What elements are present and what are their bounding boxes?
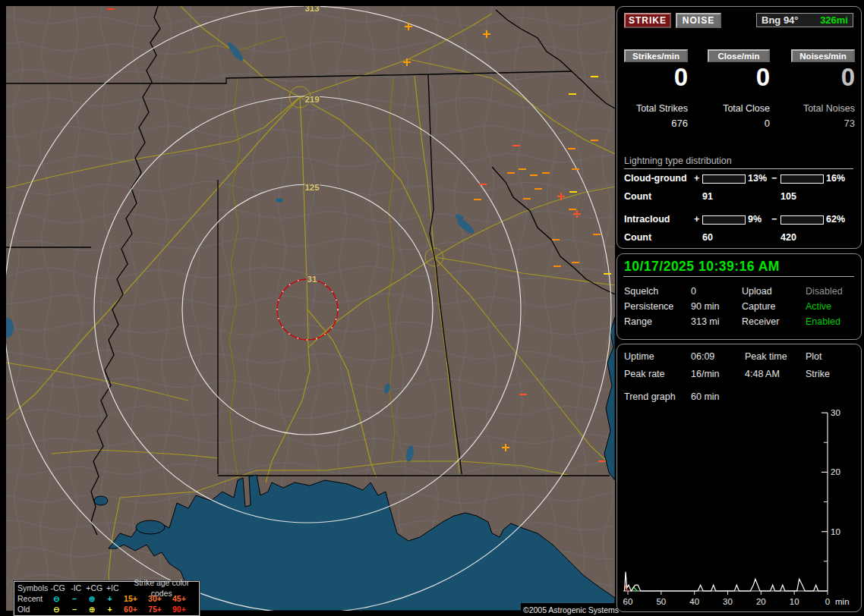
legend-row-label: Old — [17, 604, 48, 614]
age-code: 75+ — [148, 604, 172, 614]
cloud-ground-count-row: Count 91 105 — [617, 191, 861, 202]
divider — [624, 168, 853, 169]
bearing-readout: Bng 94° 326mi — [756, 13, 853, 27]
legend-symbol-neg-cg-icon: ⊖ — [48, 593, 65, 604]
uptime-value: 06:09 — [691, 351, 714, 362]
total-close-label: Total Close — [708, 103, 770, 114]
noise-mode-button[interactable]: NOISE — [676, 13, 721, 28]
trend-graph-label: Trend graph — [624, 391, 676, 402]
noises-per-min-value: 0 — [791, 63, 855, 92]
close-per-min-header[interactable]: Close/min — [708, 49, 770, 62]
age-code: 45+ — [172, 593, 197, 604]
status-panel: 10/17/2025 10:39:16 AM Squelch 0 Upload … — [616, 253, 862, 340]
legend-col-pic: +IC — [103, 583, 121, 593]
cg-minus-bar — [780, 174, 824, 184]
range-label: Range — [624, 316, 652, 327]
persistence-value: 90 min — [691, 301, 720, 312]
total-strikes-value: 676 — [624, 118, 688, 129]
cg-plus-count: 91 — [702, 191, 713, 202]
peak-time-label: Peak time — [745, 351, 787, 362]
close-per-min-value: 0 — [708, 63, 770, 92]
svg-text:40: 40 — [689, 597, 699, 606]
squelch-label: Squelch — [624, 286, 658, 297]
strike-map[interactable]: 313 219 125 31 Symbols -CG -IC +CG +IC S… — [6, 6, 615, 611]
svg-text:60: 60 — [623, 597, 633, 606]
legend-row-label: Recent — [17, 593, 48, 604]
cg-plus-bar — [702, 174, 746, 184]
ic-plus-pct: 9% — [748, 214, 762, 225]
bearing-label: Bng 94° — [762, 14, 799, 27]
ic-minus-count: 420 — [780, 232, 796, 243]
strikes-per-min-value: 0 — [624, 63, 688, 92]
upload-label: Upload — [742, 286, 772, 297]
svg-text:50: 50 — [656, 597, 666, 606]
cloud-ground-label: Cloud-ground — [624, 173, 687, 184]
peak-rate-label: Peak rate — [624, 369, 665, 379]
copyright-label: ©2005 Astrogenic Systems — [521, 603, 621, 616]
plot-mode-value: Strike — [806, 369, 830, 379]
ring-label-125: 125 — [304, 183, 320, 192]
legend-symbol-neg-ic-icon: − — [65, 593, 83, 604]
legend-row-recent: Recent⊖−⊕+15+30+45+ — [17, 593, 197, 604]
noises-per-min-header[interactable]: Noises/min — [791, 49, 855, 62]
range-value: 313 mi — [691, 316, 720, 327]
cg-plus-pct: 13% — [748, 173, 767, 184]
legend-symbol-neg-ic-icon: − — [65, 604, 83, 614]
receiver-label: Receiver — [742, 316, 779, 327]
svg-text:10: 10 — [790, 597, 799, 606]
ring-label-313: 313 — [304, 6, 319, 13]
map-canvas: 313 219 125 31 — [6, 6, 615, 611]
svg-text:min: min — [835, 597, 850, 606]
legend-symbol-pos-ic-icon: + — [101, 593, 118, 604]
cg-minus-count: 105 — [780, 191, 796, 202]
divider — [623, 276, 854, 277]
cloud-ground-row: Cloud-ground + 13% − 16% — [617, 173, 861, 184]
total-close-value: 0 — [708, 118, 770, 129]
trend-window-value: 60 min — [691, 391, 720, 402]
squelch-value: 0 — [691, 286, 696, 297]
map-legend: Symbols -CG -IC +CG +IC Strike age color… — [14, 581, 200, 616]
trend-panel: Uptime 06:09 Peak time Plot Peak rate 16… — [616, 344, 862, 612]
total-noises-value: 73 — [791, 118, 855, 129]
legend-symbol-pos-ic-icon: + — [101, 604, 118, 614]
stats-panel: STRIKE NOISE Bng 94° 326mi Strikes/min C… — [616, 6, 862, 249]
strike-mode-button[interactable]: STRIKE — [624, 13, 671, 28]
plus-sign: + — [694, 173, 699, 184]
total-strikes-label: Total Strikes — [624, 103, 688, 114]
capture-label: Capture — [742, 301, 775, 312]
age-code: 60+ — [124, 604, 148, 614]
upload-status: Disabled — [806, 286, 843, 297]
peak-rate-value: 16/min — [691, 369, 720, 379]
strikes-per-min-header[interactable]: Strikes/min — [624, 49, 688, 62]
ring-label-219: 219 — [304, 95, 319, 104]
svg-text:20: 20 — [756, 597, 766, 606]
legend-symbol-pos-cg-icon: ⊕ — [83, 593, 100, 604]
intracloud-count-row: Count 60 420 — [617, 232, 861, 243]
ic-plus-bar — [702, 215, 746, 225]
legend-symbol-neg-cg-icon: ⊖ — [48, 604, 65, 614]
ic-minus-pct: 62% — [826, 214, 845, 225]
ring-label-31: 31 — [307, 275, 317, 284]
age-code: 90+ — [172, 604, 197, 614]
legend-col-ncg: -CG — [49, 583, 67, 593]
plot-label: Plot — [806, 351, 822, 362]
legend-symbol-pos-cg-icon: ⊕ — [83, 604, 100, 614]
uptime-label: Uptime — [624, 351, 654, 362]
trend-graph: 1020306050403020100min — [617, 409, 859, 608]
intracloud-row: Intracloud + 9% − 62% — [617, 214, 861, 225]
ic-minus-bar — [780, 215, 824, 225]
svg-text:20: 20 — [831, 467, 840, 476]
count-label: Count — [624, 191, 651, 202]
age-code: 30+ — [148, 593, 172, 604]
svg-text:30: 30 — [723, 597, 733, 606]
intracloud-label: Intracloud — [624, 214, 670, 225]
count-label: Count — [624, 232, 651, 243]
svg-text:10: 10 — [831, 527, 840, 536]
capture-status: Active — [806, 301, 831, 312]
svg-text:0: 0 — [825, 597, 830, 606]
bearing-range: 326mi — [820, 14, 848, 27]
legend-symbols-header: Symbols — [17, 583, 49, 593]
svg-text:30: 30 — [831, 409, 840, 417]
plus-sign: + — [694, 214, 699, 225]
legend-row-old: Old⊖−⊕+60+75+90+ — [17, 604, 197, 614]
